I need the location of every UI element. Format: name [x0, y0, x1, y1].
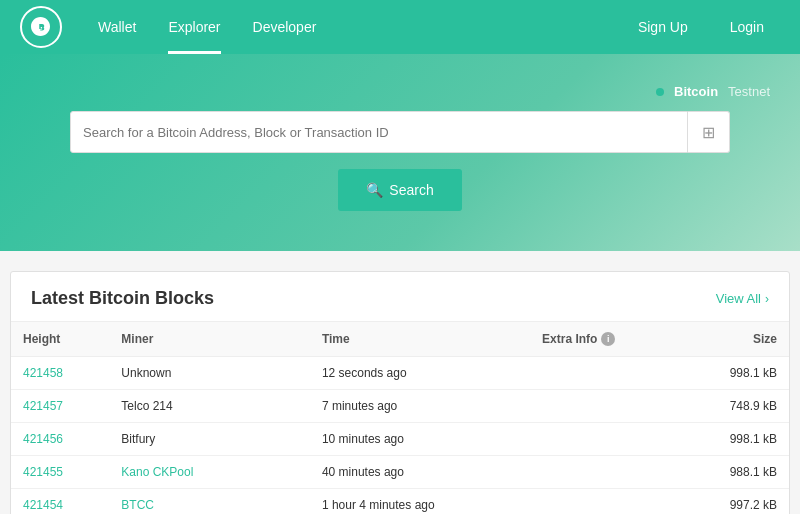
info-icon: i — [601, 332, 615, 346]
col-extra-info: Extra Info i — [530, 322, 679, 357]
extra-info-label: Extra Info — [542, 332, 597, 346]
block-extra-info — [530, 456, 679, 489]
block-extra-info — [530, 390, 679, 423]
miner-label: Unknown — [109, 357, 310, 390]
view-all-label: View All — [716, 291, 761, 306]
col-size: Size — [679, 322, 789, 357]
block-time: 7 minutes ago — [310, 390, 530, 423]
nav-explorer[interactable]: Explorer — [152, 0, 236, 54]
header: Wallet Explorer Developer Sign Up Login — [0, 0, 800, 54]
nav-wallet[interactable]: Wallet — [82, 0, 152, 54]
block-time: 40 minutes ago — [310, 456, 530, 489]
block-size: 748.9 kB — [679, 390, 789, 423]
block-height-link[interactable]: 421457 — [23, 399, 63, 413]
block-time: 10 minutes ago — [310, 423, 530, 456]
header-nav-right: Sign Up Login — [622, 0, 780, 54]
search-button-icon: 🔍 — [366, 182, 383, 198]
blocks-table: Height Miner Time Extra Info i Size 4214… — [11, 321, 789, 514]
qr-icon: ⊞ — [702, 123, 715, 142]
table-header-row: Height Miner Time Extra Info i Size — [11, 322, 789, 357]
table-row: 421454BTCC1 hour 4 minutes ago997.2 kB — [11, 489, 789, 515]
miner-label: Telco 214 — [109, 390, 310, 423]
miner-label: Bitfury — [109, 423, 310, 456]
block-extra-info — [530, 489, 679, 515]
main-nav: Wallet Explorer Developer — [82, 0, 622, 54]
section-header: Latest Bitcoin Blocks View All › — [11, 272, 789, 321]
block-extra-info — [530, 357, 679, 390]
search-container: ⊞ — [70, 111, 730, 153]
view-all-link[interactable]: View All › — [716, 291, 769, 306]
block-height-link[interactable]: 421454 — [23, 498, 63, 512]
block-height-link[interactable]: 421458 — [23, 366, 63, 380]
qr-button[interactable]: ⊞ — [688, 111, 730, 153]
chevron-right-icon: › — [765, 292, 769, 306]
col-time: Time — [310, 322, 530, 357]
network-bitcoin-label: Bitcoin — [674, 84, 718, 99]
blocks-section: Latest Bitcoin Blocks View All › Height … — [10, 271, 790, 514]
table-row: 421456Bitfury10 minutes ago998.1 kB — [11, 423, 789, 456]
network-toggle: Bitcoin Testnet — [656, 84, 770, 99]
col-height: Height — [11, 322, 109, 357]
search-input[interactable] — [70, 111, 688, 153]
table-row: 421457Telco 2147 minutes ago748.9 kB — [11, 390, 789, 423]
search-button[interactable]: 🔍 Search — [338, 169, 461, 211]
signup-link[interactable]: Sign Up — [622, 0, 704, 54]
block-size: 988.1 kB — [679, 456, 789, 489]
section-title: Latest Bitcoin Blocks — [31, 288, 214, 309]
table-row: 421458Unknown12 seconds ago998.1 kB — [11, 357, 789, 390]
block-time: 12 seconds ago — [310, 357, 530, 390]
block-size: 998.1 kB — [679, 357, 789, 390]
network-testnet-label[interactable]: Testnet — [728, 84, 770, 99]
network-dot-icon — [656, 88, 664, 96]
search-btn-wrap: 🔍 Search — [70, 169, 730, 211]
block-height-link[interactable]: 421455 — [23, 465, 63, 479]
search-button-label: Search — [389, 182, 433, 198]
hero-section: Bitcoin Testnet ⊞ 🔍 Search — [0, 54, 800, 251]
login-link[interactable]: Login — [714, 0, 780, 54]
miner-link[interactable]: BTCC — [121, 498, 154, 512]
table-row: 421455Kano CKPool40 minutes ago988.1 kB — [11, 456, 789, 489]
block-size: 997.2 kB — [679, 489, 789, 515]
block-height-link[interactable]: 421456 — [23, 432, 63, 446]
nav-developer[interactable]: Developer — [237, 0, 333, 54]
logo — [20, 6, 62, 48]
block-time: 1 hour 4 minutes ago — [310, 489, 530, 515]
col-miner: Miner — [109, 322, 310, 357]
blocks-table-body: 421458Unknown12 seconds ago998.1 kB42145… — [11, 357, 789, 515]
block-extra-info — [530, 423, 679, 456]
block-size: 998.1 kB — [679, 423, 789, 456]
miner-link[interactable]: Kano CKPool — [121, 465, 193, 479]
